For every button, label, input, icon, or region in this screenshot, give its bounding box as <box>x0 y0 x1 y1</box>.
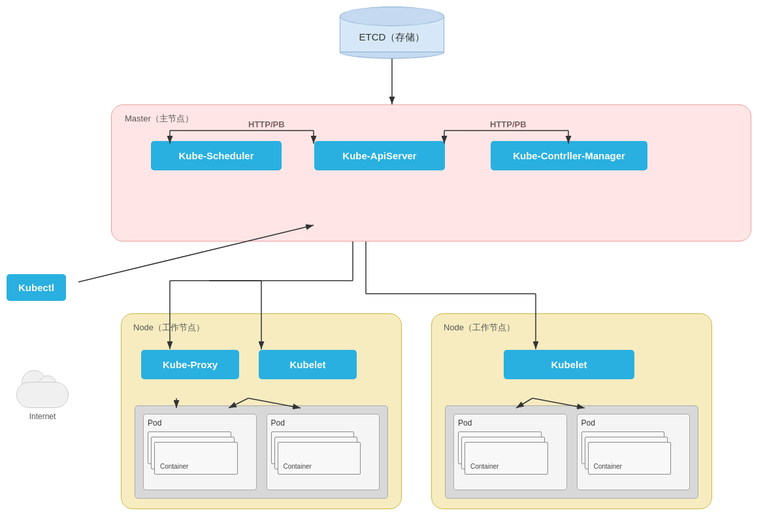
internet-cloud: Internet <box>10 369 75 408</box>
kubelet-right-button[interactable]: Kubelet <box>504 350 634 379</box>
pod-left-2-title: Pod <box>271 418 376 428</box>
pod-right-2-title: Pod <box>581 418 686 428</box>
kube-scheduler-button[interactable]: Kube-Scheduler <box>151 141 282 170</box>
kubectl-button[interactable]: Kubectl <box>7 274 66 301</box>
container-rect-12: Container <box>588 442 672 475</box>
container-label-right-2: Container <box>594 463 622 470</box>
container-rect-3: Container <box>154 442 238 475</box>
etcd-label: ETCD（存储） <box>359 31 425 44</box>
container-stack-left-1: Container <box>148 431 252 490</box>
cylinder-top <box>340 7 444 26</box>
pod-area-left: Pod Container Pod Container <box>135 405 388 499</box>
pod-left-1-title: Pod <box>148 418 252 428</box>
kube-controller-manager-button[interactable]: Kube-Contrller-Manager <box>491 141 647 170</box>
pod-right-2: Pod Container <box>577 414 691 490</box>
cloud-body <box>16 382 69 408</box>
etcd-cylinder: ETCD（存储） <box>340 7 444 59</box>
container-label-left-1: Container <box>160 463 188 470</box>
container-label-right-1: Container <box>470 463 498 470</box>
pod-right-1: Pod Container <box>453 414 567 490</box>
pod-right-1-title: Pod <box>458 418 563 428</box>
pod-area-right: Pod Container Pod Container <box>445 405 698 499</box>
node-left-box: Node（工作节点） Kube-Proxy Kubelet Pod Contai… <box>121 313 402 509</box>
container-label-left-2: Container <box>284 463 312 470</box>
cloud-shape <box>10 369 75 408</box>
container-rect-6: Container <box>278 442 361 475</box>
node-right-box: Node（工作节点） Kubelet Pod Container Pod <box>431 313 712 509</box>
kube-apiserver-button[interactable]: Kube-ApiServer <box>314 141 445 170</box>
container-rect-9: Container <box>465 442 548 475</box>
pod-left-1: Pod Container <box>143 414 257 490</box>
etcd-component: ETCD（存储） <box>340 7 444 59</box>
pod-left-2: Pod Container <box>267 414 380 490</box>
container-stack-left-2: Container <box>271 431 376 490</box>
kube-proxy-button[interactable]: Kube-Proxy <box>141 350 239 379</box>
node-right-label: Node（工作节点） <box>444 322 515 334</box>
internet-label: Internet <box>29 412 56 421</box>
kubelet-left-button[interactable]: Kubelet <box>259 350 357 379</box>
master-label: Master（主节点） <box>125 113 193 125</box>
node-left-label: Node（工作节点） <box>133 322 204 334</box>
diagram-container: ETCD（存储） HTTP/PB HTTP/PB Master（主节点） Kub… <box>0 0 784 532</box>
container-stack-right-1: Container <box>458 431 563 490</box>
master-box: Master（主节点） Kube-Scheduler Kube-ApiServe… <box>111 104 751 242</box>
container-stack-right-2: Container <box>581 431 686 490</box>
